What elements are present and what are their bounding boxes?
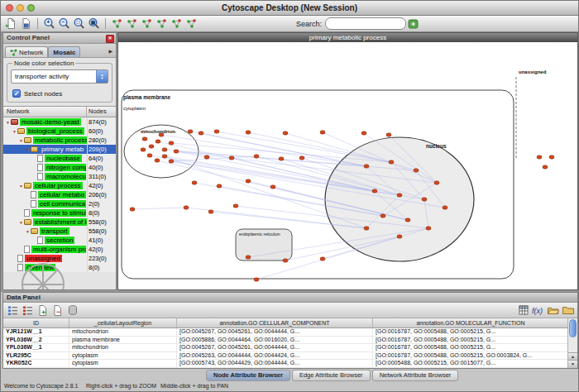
network-node[interactable] (130, 208, 135, 211)
network-node[interactable] (149, 145, 154, 148)
network-node[interactable] (214, 130, 219, 133)
column-header-annotation-go-cellular-component[interactable]: annotation.GO CELLULAR_COMPONENT (177, 318, 373, 327)
minimize-window-button[interactable] (17, 4, 24, 12)
tree-item-nitrogen-compo[interactable]: nitrogen compo40(0) (3, 163, 116, 172)
network-node[interactable] (199, 131, 203, 135)
expand-arrow-icon[interactable]: ▼ (12, 129, 17, 134)
network-tool-icon-1[interactable] (110, 17, 124, 31)
network-node[interactable] (443, 206, 447, 209)
scrollbar-thumb[interactable] (569, 319, 577, 337)
tree-item-macromolecule[interactable]: macromolecule311(0) (3, 172, 116, 181)
data-panel-title[interactable]: Data Panel (3, 293, 577, 303)
function-builder-icon[interactable]: f(x) (531, 304, 545, 318)
network-node[interactable] (156, 140, 160, 143)
tab-edge-attribute-browser[interactable]: Edge Attribute Browser (292, 370, 371, 381)
network-canvas[interactable]: plasma membrane cytoplasm mitochondrion … (118, 42, 577, 289)
network-node[interactable] (320, 257, 325, 261)
tree-item-nucleobase[interactable]: nucleobase64(0) (3, 154, 116, 163)
network-node[interactable] (543, 165, 548, 169)
network-node[interactable] (270, 185, 275, 189)
tab-network[interactable]: Network (5, 46, 48, 57)
network-node[interactable] (537, 155, 542, 159)
select-all-attributes-icon[interactable] (6, 304, 20, 318)
network-node[interactable] (422, 198, 427, 201)
tab-mosaic[interactable]: Mosaic (48, 46, 80, 57)
expand-arrow-icon[interactable]: ▼ (18, 184, 24, 189)
network-node[interactable] (208, 210, 213, 213)
network-node[interactable] (159, 133, 164, 136)
zoom-fit-icon[interactable]: ▣ (87, 17, 101, 31)
table-scrollbar[interactable] (567, 318, 577, 368)
tree-item-biological-process[interactable]: ▼biological_process60(0) (3, 127, 116, 136)
network-node[interactable] (434, 181, 439, 184)
network-node[interactable] (299, 156, 304, 160)
tree-item-cellular-metabo[interactable]: cellular metabo206(0) (3, 190, 116, 199)
network-node[interactable] (204, 155, 209, 159)
network-tool-icon-2[interactable] (125, 17, 139, 31)
delete-attribute-icon[interactable]: − (50, 304, 65, 318)
network-node[interactable] (372, 189, 377, 193)
table-row[interactable]: YKR052Ccytoplasm[GO:0005743, GO:0044429,… (3, 360, 567, 368)
network-node[interactable] (254, 278, 259, 281)
network-node[interactable] (233, 204, 238, 208)
network-tool-icon-3[interactable] (140, 17, 154, 31)
network-tool-icon-4[interactable] (155, 17, 169, 31)
network-node[interactable] (162, 155, 167, 158)
network-node[interactable] (217, 184, 222, 188)
network-node[interactable] (229, 156, 234, 160)
window-titlebar[interactable]: Cytoscape Desktop (New Session) (1, 1, 578, 16)
network-node[interactable] (386, 133, 391, 136)
network-edge[interactable] (201, 133, 366, 166)
unselect-all-attributes-icon[interactable] (21, 304, 35, 318)
select-nodes-checkbox[interactable] (12, 89, 21, 98)
color-attribute-select[interactable]: transporter activity (11, 69, 108, 84)
network-node[interactable] (380, 214, 385, 218)
network-node[interactable] (397, 235, 402, 238)
network-node[interactable] (246, 179, 251, 183)
tree-item-transport[interactable]: ▼transport558(0) (3, 227, 116, 236)
network-node[interactable] (169, 160, 174, 163)
network-view-title[interactable]: primary metabolic process (118, 33, 577, 42)
table-row[interactable]: YLR295Ccytoplasm[GO:0045263, GO:0044444,… (3, 352, 567, 361)
new-attribute-icon[interactable]: + (36, 304, 50, 318)
zoom-window-button[interactable] (27, 4, 35, 12)
close-window-button[interactable] (6, 4, 13, 12)
import-attributes-icon[interactable] (546, 304, 560, 318)
network-node[interactable] (246, 256, 251, 259)
tree-item-mosaic-demo-yeast[interactable]: ▼mosaic-demo-yeast874(0) (3, 117, 116, 127)
expand-arrow-icon[interactable]: ▼ (18, 220, 24, 225)
network-node[interactable] (320, 131, 325, 134)
tab-node-attribute-browser[interactable]: Node Attribute Browser (206, 370, 290, 381)
network-node[interactable] (283, 259, 288, 262)
table-row[interactable]: YPL036W__2plasma membrane[GO:0005886, GO… (3, 337, 567, 345)
column-header-id[interactable]: ID (3, 318, 69, 327)
zoom-out-icon[interactable]: − (57, 17, 71, 31)
network-node[interactable] (414, 169, 419, 172)
open-session-icon[interactable] (4, 17, 18, 31)
tree-item-multi-organism-pro[interactable]: multi-organism pro42(0) (3, 245, 116, 254)
zoom-selected-icon[interactable]: □ (72, 17, 86, 31)
column-header-nodes[interactable]: Nodes (87, 107, 116, 117)
network-node[interactable] (279, 157, 284, 160)
network-node[interactable] (192, 181, 197, 184)
column-header--cellularlayoutregion[interactable]: _cellularLayoutRegion (69, 318, 177, 327)
network-node[interactable] (141, 148, 146, 151)
tree-item-establishment-of-lo[interactable]: ▼establishment of lo558(0) (3, 218, 116, 227)
network-node[interactable] (364, 227, 369, 230)
column-header-annotation-go-molecular-function[interactable]: annotation.GO MOLECULAR_FUNCTION (373, 318, 567, 327)
table-row[interactable]: YJR121W__1mitochondrion[GO:0045267, GO:0… (3, 328, 567, 337)
tab-overflow-arrow-icon[interactable] (107, 46, 114, 57)
tree-item-response-to-stimul[interactable]: response to stimul8(0) (3, 208, 116, 218)
tree-item-cell-communica[interactable]: cell communica2(0) (3, 199, 116, 208)
network-node[interactable] (426, 227, 431, 230)
tree-item-primary-metab[interactable]: ▼primary metab209(0) (3, 145, 116, 154)
export-attributes-icon[interactable] (561, 304, 575, 318)
network-node[interactable] (188, 130, 193, 133)
tree-item-cellular-process[interactable]: ▼cellular process42(0) (3, 181, 116, 190)
expand-arrow-icon[interactable]: ▼ (25, 147, 31, 152)
network-node[interactable] (155, 159, 160, 162)
network-node[interactable] (184, 206, 189, 209)
scroll-down-icon[interactable] (568, 360, 577, 368)
attribute-matrix-icon[interactable] (516, 304, 530, 318)
network-node[interactable] (397, 194, 402, 197)
